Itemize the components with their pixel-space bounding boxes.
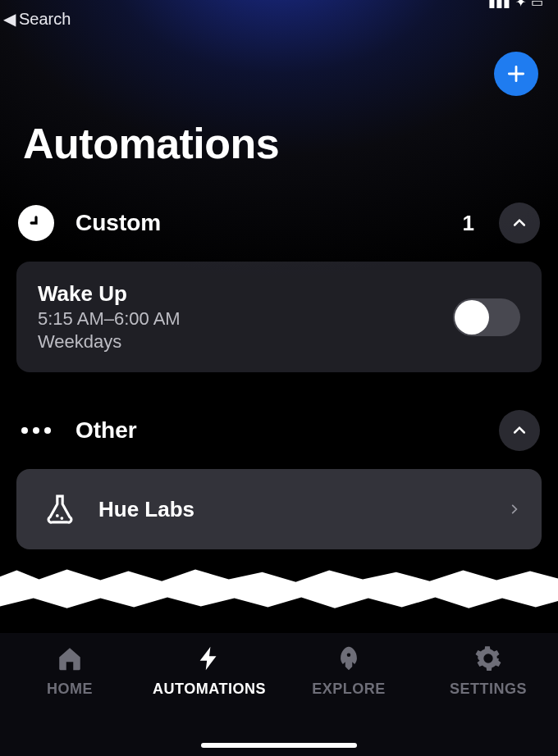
toggle-knob: [455, 300, 489, 335]
tab-explore-label: EXPLORE: [312, 681, 386, 698]
ellipsis-icon: [18, 427, 54, 434]
tab-automations-label: AUTOMATIONS: [153, 681, 266, 698]
plus-icon: [505, 63, 527, 84]
back-chevron-icon: ◀: [3, 9, 16, 29]
chevron-up-icon: [511, 422, 528, 439]
rocket-icon: [335, 644, 363, 672]
bolt-icon: [195, 644, 223, 672]
automation-card-wake-up[interactable]: Wake Up 5:15 AM–6:00 AM Weekdays: [16, 262, 542, 372]
back-label: Search: [19, 10, 71, 29]
home-icon: [56, 644, 84, 672]
automation-card-body: Wake Up 5:15 AM–6:00 AM Weekdays: [38, 281, 437, 353]
home-indicator[interactable]: [201, 743, 357, 748]
section-count-custom: 1: [463, 211, 478, 236]
signal-icon: ▮▮▮: [488, 0, 510, 10]
tab-explore[interactable]: EXPLORE: [279, 644, 418, 698]
section-title-other: Other: [75, 417, 478, 444]
tab-home[interactable]: HOME: [0, 644, 140, 698]
collapse-button-other[interactable]: [499, 410, 540, 451]
settings-status-icon: ✦: [515, 0, 526, 10]
header-row: [0, 34, 558, 102]
tab-bar: HOME AUTOMATIONS EXPLORE SETTINGS: [0, 633, 558, 756]
automation-time: 5:15 AM–6:00 AM: [38, 308, 437, 330]
section-header-custom[interactable]: Custom 1: [0, 203, 558, 262]
section-header-other[interactable]: Other: [0, 410, 558, 469]
clock-icon: [18, 205, 54, 241]
svg-point-3: [347, 653, 351, 657]
battery-icon: ▭: [531, 0, 543, 10]
add-automation-button[interactable]: [494, 52, 538, 96]
automation-days: Weekdays: [38, 331, 437, 353]
tab-settings-label: SETTINGS: [450, 681, 527, 698]
svg-point-1: [56, 514, 59, 517]
hue-labs-card[interactable]: Hue Labs: [16, 469, 542, 549]
section-title-custom: Custom: [75, 210, 441, 236]
flask-icon: [38, 494, 82, 525]
tab-settings[interactable]: SETTINGS: [418, 644, 558, 698]
tab-home-label: HOME: [47, 681, 93, 698]
automation-toggle[interactable]: [453, 298, 520, 336]
chevron-right-icon: [509, 500, 520, 518]
automation-title: Wake Up: [38, 281, 437, 307]
gear-icon: [474, 644, 502, 672]
status-icons: ▮▮▮ ✦ ▭: [488, 0, 543, 10]
tab-automations[interactable]: AUTOMATIONS: [140, 644, 279, 698]
torn-edge-decoration: [0, 566, 558, 623]
chevron-up-icon: [511, 215, 528, 231]
back-nav[interactable]: ◀ Search: [0, 4, 558, 34]
collapse-button-custom[interactable]: [499, 203, 540, 244]
hue-labs-title: Hue Labs: [98, 497, 492, 522]
svg-point-2: [60, 517, 63, 520]
page-title: Automations: [0, 102, 558, 203]
